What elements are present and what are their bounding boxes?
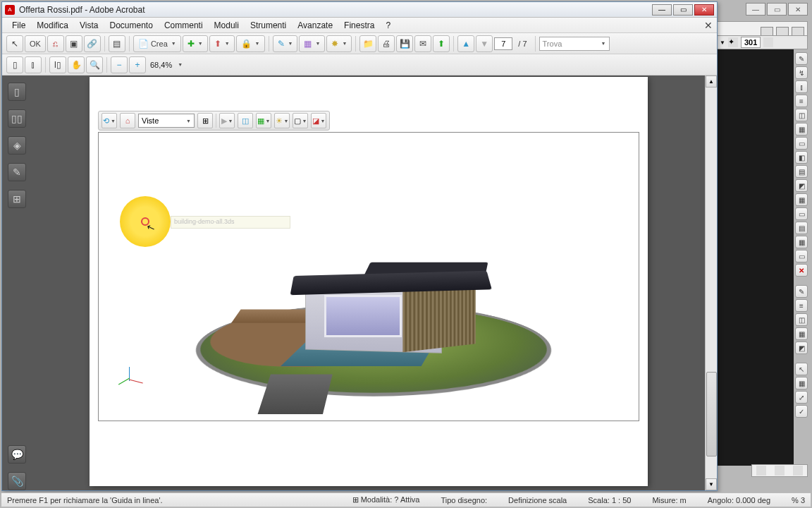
bg-tool-icon[interactable]: ▤ bbox=[795, 222, 808, 234]
sign-dropdown[interactable]: ✎▼ bbox=[273, 35, 298, 52]
scan-icon[interactable]: ▤ bbox=[109, 35, 125, 52]
3d-projection-icon[interactable]: ◫ bbox=[238, 113, 253, 128]
scroll-down-icon[interactable]: ▼ bbox=[706, 478, 717, 490]
page-down-icon[interactable]: ▼ bbox=[476, 35, 493, 52]
bg-tool-icon[interactable]: ◫ bbox=[795, 109, 808, 121]
3d-toggle-tree-icon[interactable]: ⊞ bbox=[197, 113, 213, 128]
zoom-in-icon[interactable]: + bbox=[129, 56, 146, 73]
ok-button[interactable]: OK bbox=[25, 35, 46, 52]
scroll-thumb[interactable] bbox=[706, 372, 717, 456]
print-icon[interactable]: 🖨 bbox=[378, 35, 395, 52]
comments-panel-icon[interactable]: 💬 bbox=[8, 445, 26, 464]
bg-tool-icon[interactable]: ▭ bbox=[795, 137, 808, 150]
export-dropdown[interactable]: ⬆▼ bbox=[209, 35, 235, 52]
menu-documento[interactable]: Documento bbox=[104, 18, 159, 32]
find-input[interactable]: Trova▼ bbox=[539, 37, 610, 51]
single-page-icon[interactable]: ▯ bbox=[6, 56, 23, 73]
undo-icon[interactable]: ⎌ bbox=[47, 35, 64, 52]
document-viewport[interactable]: ⟲▼ ⌂ Viste▼ ⊞ ▶▼ ◫ ▦▼ ☀▼ ▢▼ ◪▼ bbox=[32, 75, 717, 490]
bg-tool-icon[interactable]: ▦ bbox=[795, 236, 808, 248]
bg-bottom-icon[interactable] bbox=[793, 466, 803, 476]
close-document-button[interactable]: ✕ bbox=[704, 20, 713, 31]
menu-moduli[interactable]: Moduli bbox=[209, 18, 245, 32]
signatures-panel-icon[interactable]: ✎ bbox=[8, 163, 26, 181]
snap-icon[interactable]: ⊞ bbox=[352, 495, 361, 504]
continuous-page-icon[interactable]: ⫿ bbox=[25, 56, 42, 73]
bg-sub-icon[interactable]: ✦ bbox=[728, 37, 738, 47]
secure-dropdown[interactable]: 🔒▼ bbox=[236, 35, 265, 52]
bg-tool-icon[interactable]: ▦ bbox=[795, 193, 808, 206]
3d-home-icon[interactable]: ⌂ bbox=[120, 113, 135, 128]
save-icon[interactable]: 💾 bbox=[396, 35, 413, 52]
bg-tool-icon[interactable]: ◫ bbox=[795, 313, 808, 326]
minimize-button[interactable]: — bbox=[652, 4, 672, 16]
bg-tool-icon[interactable]: ▦ bbox=[795, 123, 808, 135]
email-icon[interactable]: ✉ bbox=[414, 35, 431, 52]
multimedia-dropdown[interactable]: ✸▼ bbox=[326, 35, 352, 52]
menu-modifica[interactable]: Modifica bbox=[31, 18, 74, 32]
3d-canvas[interactable]: ↖ building-demo-all.3ds bbox=[98, 132, 639, 421]
bg-tool-icon[interactable]: ⤢ bbox=[795, 391, 808, 404]
layers-panel-icon[interactable]: ◈ bbox=[8, 136, 26, 155]
bg-tool-delete-icon[interactable]: ✕ bbox=[795, 264, 808, 277]
close-button[interactable]: ✕ bbox=[694, 4, 714, 16]
forms-dropdown[interactable]: ▦▼ bbox=[299, 35, 325, 52]
bg-tool-icon[interactable]: ▦ bbox=[795, 377, 808, 389]
3d-rotate-icon[interactable]: ⟲▼ bbox=[102, 113, 117, 128]
menu-strumenti[interactable]: Strumenti bbox=[245, 18, 292, 32]
bg-tool-icon[interactable]: ⫿ bbox=[795, 80, 808, 93]
bg-tool-icon[interactable]: ▭ bbox=[795, 207, 808, 220]
page-up-icon[interactable]: ▲ bbox=[457, 35, 474, 52]
clipboard-icon[interactable]: ▣ bbox=[66, 35, 82, 52]
maximize-button[interactable]: ▭ bbox=[673, 4, 693, 16]
menu-avanzate[interactable]: Avanzate bbox=[292, 18, 338, 32]
bookmarks-panel-icon[interactable]: ▯▯ bbox=[8, 109, 26, 128]
3d-views-dropdown[interactable]: Viste▼ bbox=[138, 114, 195, 128]
bg-bottom-icon[interactable] bbox=[756, 466, 766, 476]
pointer-tool-icon[interactable]: ↖ bbox=[6, 35, 23, 52]
bg-tool-icon[interactable]: ◧ bbox=[795, 151, 808, 164]
combine-dropdown[interactable]: ✚▼ bbox=[183, 35, 208, 52]
select-tool-icon[interactable]: I▯ bbox=[49, 56, 66, 73]
3d-background-icon[interactable]: ▢▼ bbox=[293, 113, 308, 128]
bg-tool-icon[interactable]: ≡ bbox=[795, 299, 808, 312]
bg-tool-icon[interactable]: ◩ bbox=[795, 341, 808, 354]
create-dropdown[interactable]: 📄Crea▼ bbox=[133, 35, 181, 52]
bg-tool-icon[interactable]: ◩ bbox=[795, 179, 808, 192]
status-scale-def[interactable]: Definizione scala bbox=[508, 496, 567, 504]
bg-tool-icon[interactable]: ✎ bbox=[795, 52, 808, 65]
attachments-panel-icon[interactable]: 📎 bbox=[8, 472, 26, 490]
zoom-out-icon[interactable]: − bbox=[111, 56, 128, 73]
open-icon[interactable]: 📁 bbox=[359, 35, 376, 52]
3d-cross-section-icon[interactable]: ◪▼ bbox=[311, 113, 326, 128]
menu-commenti[interactable]: Commenti bbox=[159, 18, 209, 32]
model-tree-panel-icon[interactable]: ⊞ bbox=[8, 190, 26, 208]
bg-tool-icon[interactable]: ▤ bbox=[795, 165, 808, 178]
bg-tool-icon[interactable]: ≡ bbox=[795, 95, 808, 107]
bg-minimize-button[interactable]: — bbox=[746, 3, 765, 16]
menu-help[interactable]: ? bbox=[380, 18, 396, 32]
bg-maximize-button[interactable]: ▭ bbox=[767, 3, 787, 16]
menu-file[interactable]: File bbox=[6, 18, 31, 32]
bg-sub-icon2[interactable] bbox=[763, 37, 773, 47]
vertical-scrollbar[interactable]: ▲ ▼ bbox=[705, 75, 717, 490]
link-icon[interactable]: 🔗 bbox=[84, 35, 101, 52]
scroll-up-icon[interactable]: ▲ bbox=[706, 75, 717, 87]
bg-close-button[interactable]: ✕ bbox=[788, 3, 808, 16]
marquee-zoom-icon[interactable]: 🔍 bbox=[86, 56, 103, 73]
page-number-input[interactable] bbox=[494, 37, 512, 50]
zoom-dropdown-icon[interactable]: ▼ bbox=[178, 62, 183, 67]
menu-vista[interactable]: Vista bbox=[74, 18, 104, 32]
3d-render-mode-icon[interactable]: ▦▼ bbox=[256, 113, 271, 128]
bg-number-field[interactable]: 301 bbox=[741, 37, 761, 48]
bg-bottom-icon[interactable] bbox=[775, 466, 785, 476]
share-icon[interactable]: ⬆ bbox=[433, 35, 450, 52]
zoom-value[interactable]: 68,4% bbox=[150, 61, 172, 69]
3d-play-icon[interactable]: ▶▼ bbox=[219, 113, 235, 128]
bg-tool-icon[interactable]: ▦ bbox=[795, 327, 808, 340]
menu-finestra[interactable]: Finestra bbox=[338, 18, 380, 32]
pages-panel-icon[interactable]: ▯ bbox=[8, 83, 26, 101]
bg-tool-icon[interactable]: ✓ bbox=[795, 405, 808, 418]
bg-tool-icon[interactable]: ▭ bbox=[795, 250, 808, 262]
bg-tool-icon[interactable]: ↖ bbox=[795, 363, 808, 375]
